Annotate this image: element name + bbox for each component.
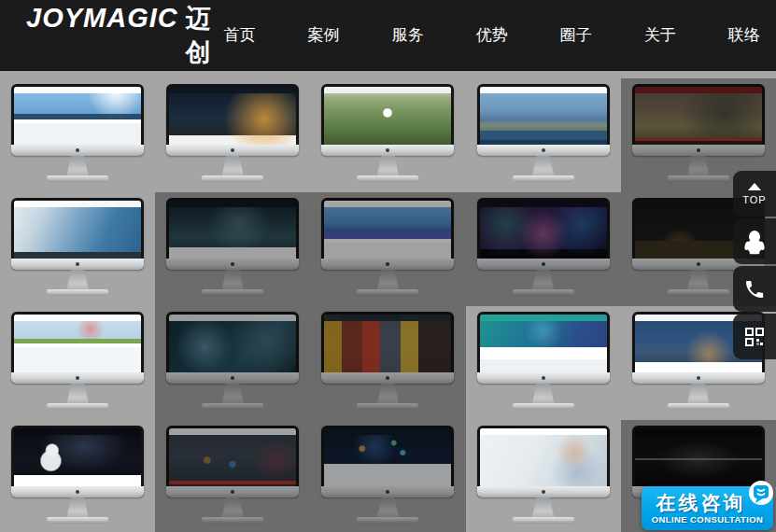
monitor-chin bbox=[166, 372, 299, 384]
mini-site-navbar bbox=[480, 201, 607, 207]
mini-site-navbar bbox=[635, 428, 762, 435]
mini-site-navbar bbox=[14, 428, 141, 435]
portfolio-item-white-robot-tech[interactable] bbox=[0, 420, 155, 532]
logo[interactable]: JOYMAGIC 迈创 bbox=[26, 2, 211, 69]
online-consultation-badge[interactable]: 在线咨询 ONLINE CONSULTATION bbox=[642, 486, 773, 530]
portfolio-item-ocean-wave-dark[interactable] bbox=[155, 192, 310, 306]
imac-mockup bbox=[11, 84, 144, 182]
monitor-stand bbox=[373, 270, 402, 289]
apple-logo-icon bbox=[542, 148, 545, 152]
qrcode-button[interactable] bbox=[733, 314, 776, 359]
website-screenshot bbox=[480, 87, 607, 145]
monitor-base bbox=[47, 403, 108, 410]
imac-mockup bbox=[477, 84, 610, 182]
monitor-bezel bbox=[166, 426, 299, 497]
monitor-base bbox=[513, 175, 574, 182]
monitor-stand bbox=[218, 497, 247, 517]
imac-mockup bbox=[11, 426, 144, 524]
portfolio-item-cloud-iot-platform[interactable] bbox=[466, 306, 621, 420]
nav-item-cases[interactable]: 案例 bbox=[308, 24, 340, 46]
nav-item-advantages[interactable]: 优势 bbox=[476, 24, 508, 46]
imac-mockup bbox=[477, 198, 610, 296]
portfolio-item-hk-daylight-corporate[interactable] bbox=[0, 78, 155, 192]
portfolio-item-yacht-sailing[interactable] bbox=[0, 192, 155, 306]
monitor-chin bbox=[166, 145, 299, 156]
monitor-base bbox=[202, 517, 263, 524]
monitor-chin bbox=[477, 145, 610, 156]
mini-site-navbar bbox=[480, 315, 607, 321]
portfolio-item-smart-city-neon[interactable] bbox=[310, 192, 465, 306]
apple-logo-icon bbox=[386, 148, 389, 152]
portfolio-item-stage-lighting-concert[interactable] bbox=[466, 192, 621, 306]
apple-logo-icon bbox=[542, 262, 545, 266]
qq-contact-button[interactable] bbox=[733, 218, 776, 264]
portfolio-item-smart-measure-city[interactable] bbox=[155, 420, 310, 532]
monitor-chin bbox=[166, 486, 299, 497]
monitor-chin bbox=[321, 145, 454, 156]
apple-logo-icon bbox=[386, 376, 389, 380]
monitor-chin bbox=[477, 372, 610, 384]
monitor-base bbox=[202, 289, 263, 296]
mini-site-navbar bbox=[14, 315, 141, 321]
nav-item-contact[interactable]: 联络 bbox=[728, 24, 760, 46]
monitor-bezel bbox=[11, 312, 144, 384]
website-screenshot bbox=[480, 315, 607, 372]
monitor-chin bbox=[477, 259, 610, 270]
mini-site-navbar bbox=[324, 87, 451, 93]
mini-site-navbar bbox=[169, 315, 296, 321]
portfolio-item-solar-farm-aerial[interactable] bbox=[466, 78, 621, 192]
mini-site-navbar bbox=[169, 428, 296, 435]
portfolio-item-ai-android[interactable] bbox=[155, 306, 310, 420]
apple-logo-icon bbox=[697, 262, 700, 266]
monitor-bezel bbox=[632, 84, 765, 156]
portfolio-item-hk-night-harbor[interactable] bbox=[155, 78, 310, 192]
monitor-chin bbox=[11, 145, 144, 156]
floating-toolbar: TOP bbox=[733, 171, 776, 361]
website-screenshot bbox=[480, 201, 607, 259]
monitor-chin bbox=[321, 259, 454, 270]
website-screenshot bbox=[14, 315, 141, 372]
mini-site-navbar bbox=[169, 201, 296, 207]
website-screenshot bbox=[169, 201, 296, 259]
portfolio-item-chip-network-links[interactable] bbox=[310, 420, 465, 532]
monitor-bezel bbox=[166, 312, 299, 384]
portfolio-item-eco-park-video[interactable] bbox=[310, 78, 465, 192]
nav-item-circle[interactable]: 圈子 bbox=[560, 24, 592, 46]
monitor-base bbox=[668, 289, 729, 296]
imac-mockup bbox=[321, 84, 454, 182]
monitor-stand bbox=[529, 497, 558, 517]
imac-mockup bbox=[477, 426, 610, 524]
monitor-bezel bbox=[477, 312, 610, 384]
monitor-bezel bbox=[321, 312, 454, 384]
monitor-base bbox=[357, 517, 418, 524]
monitor-base bbox=[202, 175, 263, 182]
apple-logo-icon bbox=[697, 376, 700, 380]
nav-item-home[interactable]: 首页 bbox=[224, 24, 256, 46]
apple-logo-icon bbox=[76, 262, 79, 266]
monitor-stand bbox=[63, 156, 92, 175]
monitor-base bbox=[357, 175, 418, 182]
portfolio-item-water-purifier-lifestyle[interactable] bbox=[466, 420, 621, 532]
back-to-top-button[interactable]: TOP bbox=[733, 171, 776, 217]
monitor-base bbox=[513, 289, 574, 296]
phone-contact-button[interactable] bbox=[733, 266, 776, 312]
portfolio-item-family-education[interactable] bbox=[0, 306, 155, 420]
imac-mockup bbox=[166, 426, 299, 524]
nav-item-services[interactable]: 服务 bbox=[392, 24, 424, 46]
portfolio-item-times-square-media[interactable] bbox=[310, 306, 465, 420]
imac-mockup bbox=[11, 312, 144, 410]
apple-logo-icon bbox=[231, 262, 234, 266]
monitor-stand bbox=[684, 384, 713, 403]
monitor-stand bbox=[218, 270, 247, 289]
monitor-base bbox=[47, 517, 108, 524]
apple-logo-icon bbox=[386, 262, 389, 266]
consult-subtitle: ONLINE CONSULTATION bbox=[652, 514, 763, 525]
nav-item-about[interactable]: 关于 bbox=[644, 24, 676, 46]
monitor-stand bbox=[373, 497, 402, 517]
mini-site-navbar bbox=[480, 87, 607, 93]
logo-text-en: JOYMAGIC bbox=[26, 3, 178, 34]
website-screenshot bbox=[14, 428, 141, 486]
imac-mockup bbox=[166, 198, 299, 296]
monitor-stand bbox=[373, 384, 402, 403]
mini-site-navbar bbox=[14, 87, 141, 93]
